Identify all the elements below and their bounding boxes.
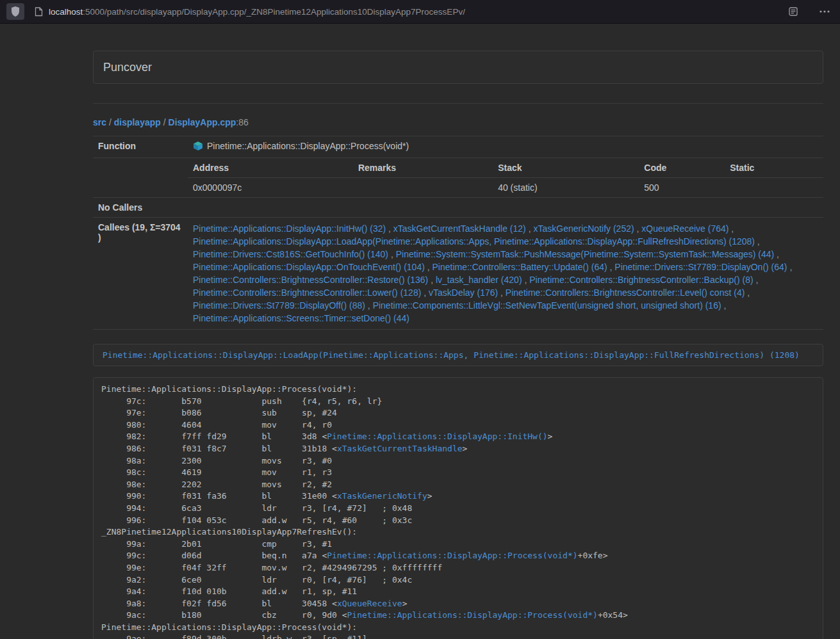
stats-header-address: Address (188, 158, 353, 178)
stats-value-stack: 40 (static) (493, 178, 639, 198)
callee-link[interactable]: Pinetime::Controllers::BrightnessControl… (506, 287, 745, 298)
callee-separator: , (526, 223, 534, 234)
function-icon (193, 141, 203, 153)
stats-header-stack: Stack (493, 158, 639, 178)
breadcrumb: src / displayapp / DisplayApp.cpp:86 (93, 117, 823, 127)
stats-value-static (725, 178, 823, 198)
tracking-shield-icon[interactable] (6, 3, 24, 20)
callee-link[interactable]: Pinetime::Drivers::St7789::DisplayOff() … (193, 300, 365, 311)
stats-value-address: 0x0000097c (188, 178, 353, 198)
callee-separator: , (421, 287, 429, 298)
stats-cell: AddressRemarksStackCodeStatic 0x0000097c… (188, 158, 823, 198)
callee-separator: , (774, 249, 779, 259)
callee-link[interactable]: lv_task_handler (420) (436, 275, 522, 285)
callee-link[interactable]: vTaskDelay (176) (429, 287, 498, 298)
page-icon (35, 7, 43, 17)
callee-separator: , (754, 275, 759, 285)
callee-separator: , (721, 300, 727, 311)
stats-header-code: Code (639, 158, 725, 178)
disassembly-code-block: Pinetime::Applications::DisplayApp::Proc… (93, 377, 823, 639)
app-header: Puncover (93, 51, 823, 84)
app-title: Puncover (103, 61, 152, 74)
callee-link[interactable]: xTaskGenericNotify (252) (533, 223, 634, 234)
callee-link[interactable]: xQueueReceive (764) (641, 223, 729, 234)
code-symbol-link[interactable]: Pinetime::Applications::DisplayApp::Proc… (327, 551, 577, 560)
callee-link[interactable]: Pinetime::Components::LittleVgl::SetNewT… (373, 300, 721, 311)
breadcrumb-separator: / (106, 117, 114, 127)
callee-link[interactable]: Pinetime::Controllers::Battery::Update()… (432, 262, 607, 272)
divider (93, 103, 823, 104)
browser-chrome: localhost:5000/path/src/displayapp/Displ… (0, 0, 840, 24)
stats-row-label (93, 158, 188, 198)
stats-value-remarks (353, 178, 493, 198)
url-text: localhost:5000/path/src/displayapp/Displ… (49, 7, 465, 17)
callee-separator: , (388, 249, 396, 259)
stats-value-code: 500 (639, 178, 725, 198)
no-callers-label: No Callers (93, 198, 188, 218)
panel-function-link[interactable]: Pinetime::Applications::DisplayApp::Load… (103, 350, 800, 360)
code-symbol-link[interactable]: Pinetime::Applications::DisplayApp::Init… (327, 432, 547, 441)
code-symbol-link[interactable]: Pinetime::Applications::DisplayApp::Proc… (347, 610, 598, 620)
stats-row-wrapper: AddressRemarksStackCodeStatic 0x0000097c… (93, 158, 823, 198)
function-name: Pinetime::Applications::DisplayApp::Proc… (207, 141, 409, 151)
shield-icon (11, 6, 20, 17)
callees-label: Callees (19, Σ=3704 ) (93, 218, 188, 330)
callee-link[interactable]: Pinetime::Applications::DisplayApp::Load… (193, 236, 755, 247)
code-symbol-link[interactable]: xTaskGenericNotify (337, 491, 427, 501)
url-bar[interactable]: localhost:5000/path/src/displayapp/Displ… (29, 3, 780, 20)
reader-view-icon (789, 7, 798, 16)
url-host: localhost (49, 7, 83, 17)
overflow-menu-button[interactable] (816, 3, 834, 20)
function-table: Function Pinetime::Applications::Display… (93, 136, 823, 330)
breadcrumb-separator: / (161, 117, 169, 127)
callee-link[interactable]: Pinetime::Controllers::BrightnessControl… (193, 287, 421, 298)
no-callers-row: No Callers (93, 198, 823, 218)
callee-separator: , (365, 300, 373, 311)
function-row: Function Pinetime::Applications::Display… (93, 136, 823, 158)
no-callers-cell (188, 198, 823, 218)
callee-separator: , (607, 262, 615, 272)
callee-link[interactable]: Pinetime::Applications::DisplayApp::OnTo… (193, 262, 425, 272)
callee-link[interactable]: Pinetime::Controllers::BrightnessControl… (193, 275, 428, 285)
meatball-menu-icon (819, 10, 830, 13)
stats-table: AddressRemarksStackCodeStatic 0x0000097c… (188, 158, 823, 197)
callee-separator: , (634, 223, 642, 234)
highlighted-callee-panel: Pinetime::Applications::DisplayApp::Load… (93, 344, 823, 366)
callee-separator: , (425, 262, 432, 272)
function-label: Function (93, 136, 188, 158)
callee-link[interactable]: Pinetime::Controllers::BrightnessControl… (529, 275, 753, 285)
code-symbol-link[interactable]: xQueueReceive (337, 599, 402, 608)
callee-link[interactable]: xTaskGetCurrentTaskHandle (12) (393, 223, 526, 234)
breadcrumb-link-displayapp[interactable]: displayapp (114, 117, 161, 127)
callees-row: Callees (19, Σ=3704 ) Pinetime::Applicat… (93, 218, 823, 330)
callee-separator: , (498, 287, 506, 298)
breadcrumb-line-number: :86 (236, 117, 248, 127)
function-cell: Pinetime::Applications::DisplayApp::Proc… (188, 136, 823, 158)
stats-header-remarks: Remarks (353, 158, 493, 178)
callee-separator: , (522, 275, 530, 285)
code-symbol-link[interactable]: xTaskGetCurrentTaskHandle (337, 444, 463, 453)
callee-separator: , (428, 275, 436, 285)
url-path: :5000/path/src/displayapp/DisplayApp.cpp… (83, 7, 465, 17)
reader-view-button[interactable] (785, 3, 802, 20)
breadcrumb-link-displayapp-cpp[interactable]: DisplayApp.cpp (169, 117, 236, 127)
callee-separator: , (745, 287, 750, 298)
stats-value-row: 0x0000097c40 (static)500 (188, 178, 823, 198)
callee-separator: , (755, 236, 760, 247)
callee-separator: , (787, 262, 793, 272)
callee-link[interactable]: Pinetime::Applications::DisplayApp::Init… (193, 223, 386, 234)
callee-link[interactable]: Pinetime::System::SystemTask::PushMessag… (396, 249, 775, 259)
stats-header-static: Static (725, 158, 823, 178)
callee-link[interactable]: Pinetime::Drivers::Cst816S::GetTouchInfo… (193, 249, 388, 259)
page-container: Puncover src / displayapp / DisplayApp.c… (93, 24, 823, 639)
breadcrumb-link-src[interactable]: src (93, 117, 106, 127)
callee-link[interactable]: Pinetime::Applications::Screens::Timer::… (193, 313, 409, 323)
callee-separator: , (386, 223, 393, 234)
stats-header-row: AddressRemarksStackCodeStatic (188, 158, 823, 178)
callee-link[interactable]: Pinetime::Drivers::St7789::DisplayOn() (… (614, 262, 787, 272)
callee-separator: , (729, 223, 734, 234)
callees-cell: Pinetime::Applications::DisplayApp::Init… (188, 218, 823, 330)
